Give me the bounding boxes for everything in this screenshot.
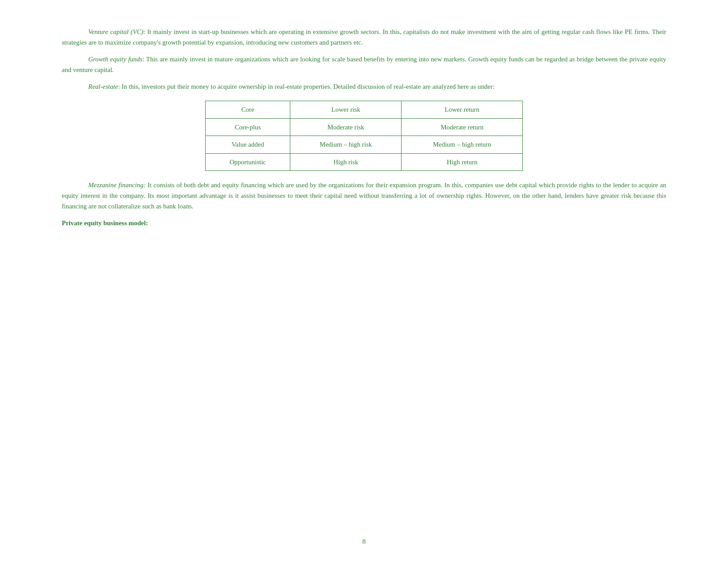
mezzanine-label: Mezzanine financing: xyxy=(88,181,146,189)
realestate-paragraph: Real-estate: In this, investors put thei… xyxy=(62,81,666,92)
vc-label: Venture capital (VC) xyxy=(88,28,143,35)
table-cell: Opportunistic xyxy=(206,153,290,171)
realestate-text: : In this, investors put their money to … xyxy=(118,83,494,90)
table-cell: Lower return xyxy=(402,101,523,119)
real-estate-table-wrapper: Core Lower risk Lower return Core-plus M… xyxy=(62,101,666,171)
page-number: 8 xyxy=(362,538,366,545)
vc-text: : It mainly invest in start-up businesse… xyxy=(62,28,666,46)
table-cell: Medium – high risk xyxy=(290,136,402,154)
table-cell: Moderate risk xyxy=(290,118,402,136)
real-estate-table: Core Lower risk Lower return Core-plus M… xyxy=(205,101,523,171)
growth-label: Growth equity funds xyxy=(88,56,143,63)
table-row: Opportunistic High risk High return xyxy=(206,153,523,171)
table-row: Value added Medium – high risk Medium – … xyxy=(206,136,523,154)
mezzanine-paragraph: Mezzanine financing: It consists of both… xyxy=(62,180,666,212)
table-cell: High return xyxy=(402,153,523,171)
growth-text: : This are mainly invest in mature organ… xyxy=(62,56,666,73)
table-cell: Lower risk xyxy=(290,101,402,119)
pe-model-label: Private equity business model: xyxy=(62,219,148,227)
mezzanine-text: It consists of both debt and equity fina… xyxy=(62,181,666,210)
growth-paragraph: Growth equity funds: This are mainly inv… xyxy=(62,54,666,75)
table-cell: High risk xyxy=(290,153,402,171)
table-cell: Core-plus xyxy=(206,118,290,136)
pe-model-paragraph: Private equity business model: xyxy=(62,218,666,228)
table-cell: Moderate return xyxy=(402,118,523,136)
table-row: Core-plus Moderate risk Moderate return xyxy=(206,118,523,136)
realestate-label: Real-estate xyxy=(88,83,118,90)
table-cell: Value added xyxy=(206,136,290,154)
table-row: Core Lower risk Lower return xyxy=(206,101,523,119)
table-cell: Core xyxy=(206,101,290,119)
table-cell: Medium – high return xyxy=(402,136,523,154)
page: Venture capital (VC): It mainly invest i… xyxy=(0,0,728,563)
vc-paragraph: Venture capital (VC): It mainly invest i… xyxy=(62,26,666,48)
